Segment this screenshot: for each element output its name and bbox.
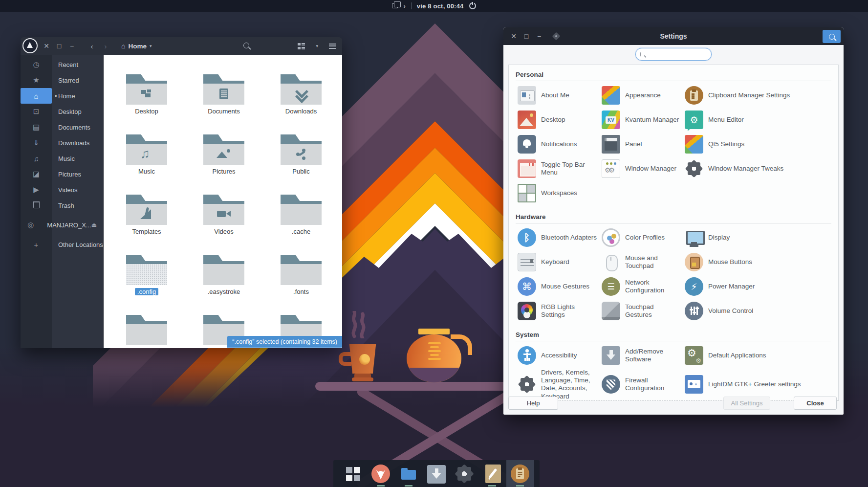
- settings-section-system: System Accessibility Add/Remove Software…: [516, 331, 831, 401]
- settings-item-menu-editor[interactable]: Menu Editor: [685, 108, 831, 132]
- all-settings-button[interactable]: All Settings: [723, 397, 770, 410]
- settings-item-clipboard-manager-settings[interactable]: Clipboard Manager Settings: [685, 83, 831, 108]
- dock-item-firefox[interactable]: [367, 460, 395, 487]
- eject-icon[interactable]: ⏏: [91, 221, 97, 228]
- settings-item-network-configuration[interactable]: Network Configuration: [602, 274, 685, 299]
- settings-item-qt5-settings[interactable]: Qt5 Settings: [685, 132, 831, 156]
- settings-item-toggle-top-bar-menu[interactable]: Toggle Top Bar Menu: [518, 156, 602, 181]
- settings-section-personal: Personal About Me Appearance Clipboard M…: [516, 71, 831, 208]
- settings-item-notifications[interactable]: Notifications: [518, 132, 602, 156]
- settings-item-volume-control[interactable]: Volume Control: [685, 299, 831, 323]
- settings-item-keyboard[interactable]: Keyboard: [518, 250, 602, 274]
- search-input[interactable]: [645, 49, 731, 59]
- folder-tile-Downloads[interactable]: Downloads: [264, 74, 338, 126]
- folder-icon: [126, 315, 167, 345]
- settings-item-accessibility[interactable]: Accessibility: [518, 343, 602, 368]
- sidebar-item-starred[interactable]: ★ Starred: [21, 72, 104, 88]
- settings-item-rgb-lights-settings[interactable]: RGB Lights Settings: [518, 299, 602, 323]
- settings-item-default-applications[interactable]: Default Applications: [685, 343, 831, 368]
- settings-item-label: Mouse and Touchpad: [625, 254, 682, 270]
- settings-item-panel[interactable]: Panel: [602, 132, 685, 156]
- search-icon[interactable]: [243, 43, 249, 48]
- sidebar-item-music[interactable]: ♫ Music: [21, 151, 104, 166]
- app-logo-icon[interactable]: [22, 38, 38, 53]
- dock-item-software-installer[interactable]: [423, 460, 451, 487]
- settings-item-color-profiles[interactable]: Color Profiles: [602, 225, 685, 250]
- settings-item-power-manager[interactable]: Power Manager: [685, 274, 831, 299]
- chevron-right-icon[interactable]: ›: [403, 2, 405, 10]
- forward-button[interactable]: ›: [99, 42, 112, 50]
- settings-panel[interactable]: Personal About Me Appearance Clipboard M…: [508, 65, 839, 401]
- maximize-button[interactable]: □: [53, 42, 65, 50]
- file-manager-titlebar[interactable]: ✕ □ − ‹ › ⌂ Home ▾ ▾: [21, 37, 342, 55]
- view-options-caret-icon[interactable]: ▾: [316, 44, 318, 48]
- folder-tile-Pictures[interactable]: Pictures: [187, 134, 260, 186]
- back-button[interactable]: ‹: [85, 42, 99, 50]
- settings-item-label: Display: [708, 234, 730, 242]
- settings-item-appearance[interactable]: Appearance: [602, 83, 685, 108]
- windows-icon[interactable]: [392, 3, 398, 8]
- dock-item-text-editor[interactable]: [478, 460, 506, 487]
- settings-item-about-me[interactable]: About Me: [518, 83, 602, 108]
- power-icon[interactable]: [469, 2, 476, 9]
- clock[interactable]: vie 8 oct, 00:44: [417, 2, 464, 10]
- sidebar-item-recent[interactable]: ◷ Recent: [21, 57, 104, 72]
- settings-item-display[interactable]: Display: [685, 225, 831, 250]
- sidebar-item-home[interactable]: ⌂ • Home: [21, 88, 104, 104]
- close-button[interactable]: Close: [794, 397, 837, 410]
- folder-tile-Documents[interactable]: Documents: [187, 74, 260, 126]
- settings-item-workspaces[interactable]: Workspaces: [518, 181, 602, 205]
- help-button[interactable]: Help: [508, 397, 558, 410]
- file-manager-content[interactable]: Desktop Documents Downloads Music Pictur…: [104, 55, 342, 348]
- sidebar-item-downloads[interactable]: ⇓ Downloads: [21, 135, 104, 151]
- trash-icon: [21, 198, 52, 213]
- settings-titlebar[interactable]: ✕ □ − Settings: [503, 27, 844, 45]
- settings-item-window-manager-tweaks[interactable]: Window Manager Tweaks: [685, 156, 831, 181]
- settings-item-label: Panel: [625, 140, 642, 148]
- close-button[interactable]: ✕: [40, 42, 53, 50]
- settings-search-field[interactable]: [635, 48, 712, 61]
- settings-item-mouse-gestures[interactable]: Mouse Gestures: [518, 274, 602, 299]
- sidebar-item-desktop[interactable]: ⊡ Desktop: [21, 104, 104, 119]
- recent-icon: ◷: [21, 57, 52, 72]
- settings-item-kvantum-manager[interactable]: Kvantum Manager: [602, 108, 685, 132]
- folder-tile[interactable]: [110, 315, 183, 348]
- dock-item-settings-manager[interactable]: [451, 460, 478, 487]
- folder-tile-Public[interactable]: Public: [264, 134, 338, 186]
- folder-tile-dot-easystroke[interactable]: .easystroke: [187, 255, 260, 307]
- sidebar-item-other-locations[interactable]: + Other Locations: [21, 237, 104, 252]
- folder-tile-Videos[interactable]: Videos: [187, 195, 260, 246]
- settings-item-window-manager[interactable]: Window Manager: [602, 156, 685, 181]
- settings-item-touchpad-gestures[interactable]: Touchpad Gestures: [602, 299, 685, 323]
- settings-footer: Help All Settings Close: [503, 392, 844, 415]
- settings-item-mouse-buttons[interactable]: Mouse Buttons: [685, 250, 831, 274]
- dock-item-clipboard-manager[interactable]: [506, 460, 534, 487]
- folder-tile-dot-fonts[interactable]: .fonts: [264, 255, 338, 307]
- folder-tile-dot-cache[interactable]: .cache: [264, 195, 338, 246]
- sidebar-item-videos[interactable]: ▶ Videos: [21, 182, 104, 198]
- dock-item-file-manager[interactable]: [395, 460, 423, 487]
- sidebar-item-documents[interactable]: ▤ Documents: [21, 119, 104, 135]
- sidebar-item-label: Home: [58, 92, 75, 100]
- about-me-icon: [518, 86, 536, 105]
- sidebar-item-trash[interactable]: Trash: [21, 198, 104, 213]
- home-icon: ⌂: [121, 42, 125, 50]
- search-button[interactable]: [823, 30, 841, 43]
- dock-item-app-launcher[interactable]: [339, 460, 367, 487]
- folder-tile-dot-config[interactable]: .config: [110, 255, 183, 307]
- section-title: System: [516, 331, 831, 341]
- sidebar-item-manjaro-x-[interactable]: ◎ MANJARO_X... ⏏: [21, 217, 104, 233]
- folder-tile-Templates[interactable]: Templates: [110, 195, 183, 246]
- settings-item-bluetooth-adapters[interactable]: Bluetooth Adapters: [518, 225, 602, 250]
- folder-tile-Desktop[interactable]: Desktop: [110, 74, 183, 126]
- minimize-button[interactable]: −: [65, 42, 78, 50]
- volume-icon: [685, 302, 703, 320]
- folder-tile-Music[interactable]: Music: [110, 134, 183, 186]
- pathbar-home-button[interactable]: ⌂ Home ▾: [121, 42, 152, 50]
- settings-item-add-remove-software[interactable]: Add/Remove Software: [602, 343, 685, 368]
- settings-item-mouse-and-touchpad[interactable]: Mouse and Touchpad: [602, 250, 685, 274]
- hamburger-menu-icon[interactable]: [329, 44, 336, 49]
- view-toggle-icon[interactable]: [298, 43, 305, 49]
- sidebar-item-pictures[interactable]: ◪ Pictures: [21, 166, 104, 182]
- settings-item-desktop[interactable]: Desktop: [518, 108, 602, 132]
